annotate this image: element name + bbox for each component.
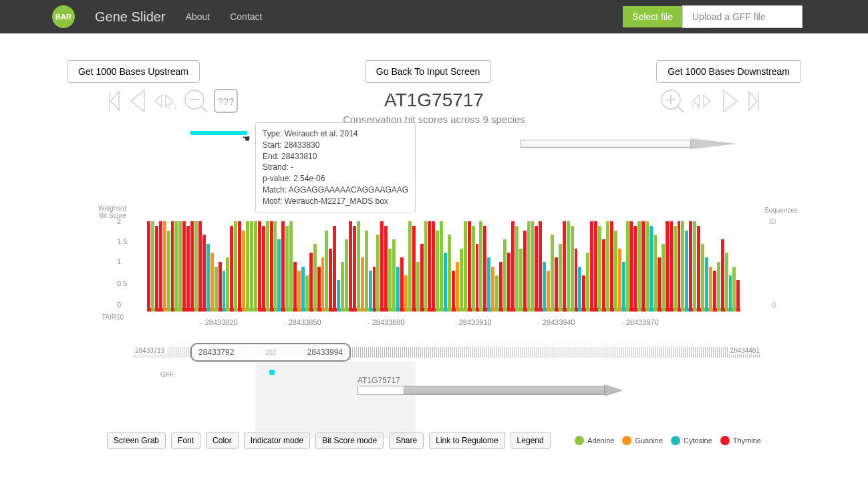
chart-bar[interactable] — [223, 271, 226, 312]
chart-bar[interactable] — [369, 271, 372, 312]
chart-bar[interactable] — [329, 249, 332, 312]
chart-bar[interactable] — [210, 253, 214, 312]
chart-bar[interactable] — [452, 271, 455, 312]
nav-contact[interactable]: Contact — [230, 11, 262, 22]
chart-bar[interactable] — [479, 221, 482, 312]
chart-bar[interactable] — [495, 275, 498, 312]
select-file-button[interactable]: Select file — [623, 6, 682, 27]
chart-bar[interactable] — [163, 221, 166, 312]
chart-bar[interactable] — [155, 226, 158, 312]
chart-bar[interactable] — [705, 257, 708, 312]
chart-bar[interactable] — [277, 239, 281, 312]
chart-bar[interactable] — [713, 271, 716, 312]
chart-bar[interactable] — [491, 267, 494, 312]
chart-bar[interactable] — [159, 221, 162, 312]
chart-bar[interactable] — [578, 267, 581, 312]
chart-bar[interactable] — [178, 221, 182, 312]
chart-bar[interactable] — [305, 275, 309, 312]
skip-end-icon[interactable] — [746, 90, 761, 112]
chart-bar[interactable] — [507, 253, 511, 312]
chart-bar[interactable] — [194, 221, 198, 312]
chart-bar[interactable] — [361, 257, 364, 312]
gff-gene-arrow[interactable] — [357, 386, 625, 395]
chart-bar[interactable] — [337, 280, 340, 312]
chart-bar[interactable] — [174, 221, 178, 312]
chart-bar[interactable] — [689, 221, 692, 312]
chart-bar[interactable] — [309, 253, 313, 312]
chart-bar[interactable] — [270, 221, 273, 312]
chart-bar[interactable] — [171, 221, 174, 312]
chart-bar[interactable] — [456, 262, 459, 312]
chart-bar[interactable] — [440, 221, 443, 312]
chart-bar[interactable] — [317, 267, 321, 312]
bottom-btn-font[interactable]: Font — [171, 433, 200, 449]
chart-bar[interactable] — [246, 221, 249, 312]
chart-bar[interactable] — [400, 257, 404, 312]
chart-bar[interactable] — [535, 226, 538, 312]
chart-bar[interactable] — [590, 221, 593, 312]
chart-bar[interactable] — [297, 271, 301, 312]
chart-bar[interactable] — [198, 221, 202, 312]
overview-slider[interactable]: 28433719 28434481 28433792 202 28433994 — [134, 343, 761, 362]
chart-bar[interactable] — [226, 257, 229, 312]
chart-bar[interactable] — [349, 221, 352, 312]
chart-bar[interactable] — [654, 235, 657, 312]
chart-bar[interactable] — [670, 221, 673, 312]
chart-bar[interactable] — [503, 239, 507, 312]
chart-bar[interactable] — [182, 221, 186, 312]
chart-bar[interactable] — [285, 226, 289, 312]
chart-bar[interactable] — [697, 226, 700, 312]
chart-bar[interactable] — [637, 221, 641, 312]
bottom-btn-color[interactable]: Color — [206, 433, 239, 449]
chart-bar[interactable] — [357, 221, 360, 312]
chart-bar[interactable] — [388, 249, 392, 312]
chart-bar[interactable] — [186, 226, 190, 312]
chart-bar[interactable] — [531, 221, 534, 312]
bottom-btn-screen-grab[interactable]: Screen Grab — [107, 433, 166, 449]
chart-bar[interactable] — [598, 226, 601, 312]
chart-bar[interactable] — [392, 239, 396, 312]
chart-bar[interactable] — [717, 262, 720, 312]
nav-about[interactable]: About — [186, 11, 210, 22]
chart-bar[interactable] — [555, 257, 558, 312]
chart-bar[interactable] — [428, 221, 431, 312]
chart-bar[interactable] — [404, 275, 408, 312]
chart-bar[interactable] — [594, 221, 597, 312]
chart-bar[interactable] — [515, 226, 519, 312]
chart-bar[interactable] — [289, 221, 293, 312]
chart-bar[interactable] — [408, 221, 412, 312]
chart-bar[interactable] — [396, 267, 400, 312]
chart-bar[interactable] — [301, 267, 305, 312]
step-pair-right-icon[interactable] — [690, 92, 716, 110]
chart-bar[interactable] — [736, 280, 740, 312]
chart-bar[interactable] — [345, 239, 348, 312]
chart-bar[interactable] — [551, 235, 554, 312]
chart-bar[interactable] — [678, 221, 681, 312]
chart-bar[interactable] — [674, 226, 677, 312]
chart-bar[interactable] — [424, 221, 428, 312]
chart-bar[interactable] — [614, 231, 617, 312]
chart-bar[interactable] — [373, 267, 376, 312]
play-left-icon[interactable] — [127, 88, 147, 114]
bottom-btn-legend[interactable]: Legend — [511, 433, 551, 449]
upstream-button[interactable]: Get 1000 Bases Upstream — [67, 60, 200, 83]
chart-bar[interactable] — [325, 231, 328, 312]
chart-bar[interactable] — [151, 221, 154, 312]
chart-bar[interactable] — [384, 226, 388, 312]
chart-bar[interactable] — [729, 275, 732, 312]
info-button[interactable]: ??? — [214, 89, 238, 113]
chart-bar[interactable] — [559, 244, 562, 312]
chart-bar[interactable] — [468, 221, 471, 312]
chart-bar[interactable] — [732, 267, 736, 312]
chart-bar[interactable] — [206, 244, 210, 312]
chart-bar[interactable] — [547, 271, 550, 312]
zoom-out-icon[interactable] — [183, 88, 208, 114]
chart-bar[interactable] — [432, 221, 435, 312]
chart-bar[interactable] — [567, 221, 570, 312]
chart-bar[interactable] — [333, 226, 336, 312]
chart-bar[interactable] — [258, 221, 261, 312]
chart-bar[interactable] — [214, 267, 218, 312]
chart-bar[interactable] — [641, 221, 645, 312]
step-pair-icon[interactable] — [152, 92, 178, 110]
gff-motif-dot[interactable] — [269, 370, 275, 375]
